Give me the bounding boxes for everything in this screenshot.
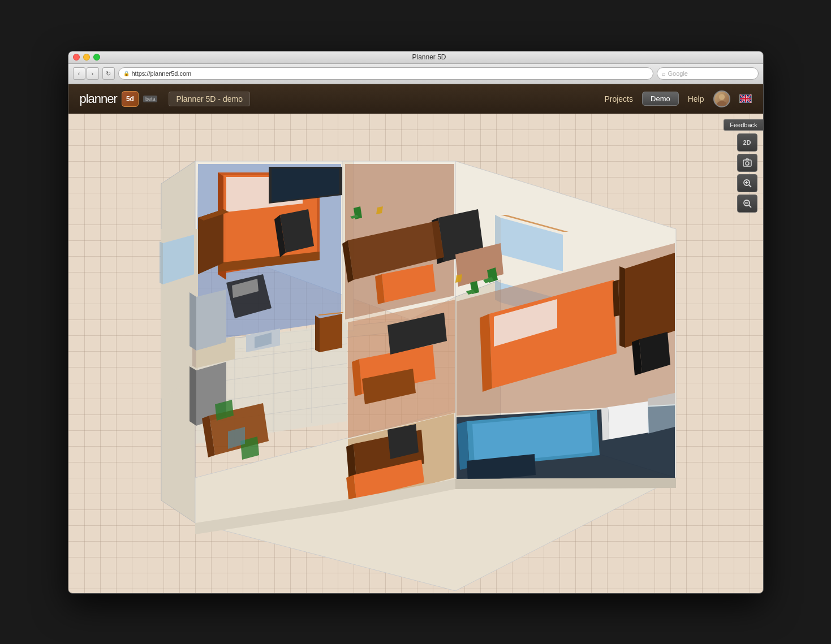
svg-line-120 <box>749 205 751 208</box>
search-placeholder: Google <box>668 70 688 77</box>
beta-badge: beta <box>143 96 158 102</box>
svg-marker-69 <box>190 292 196 351</box>
forward-button[interactable]: › <box>87 67 99 80</box>
header-nav: Projects Demo Help <box>604 90 751 107</box>
floor-plan-svg <box>105 116 727 591</box>
app-header: planner 5d beta Planner 5D - demo Projec… <box>68 84 763 114</box>
language-flag[interactable] <box>739 94 752 103</box>
svg-marker-68 <box>196 289 226 351</box>
nav-bar: ‹ › ↻ 🔒 https://planner5d.com ⌕ Google <box>68 64 763 84</box>
url-bar[interactable]: 🔒 https://planner5d.com <box>118 67 653 80</box>
nav-demo[interactable]: Demo <box>642 92 679 106</box>
user-avatar[interactable] <box>713 90 730 107</box>
svg-line-116 <box>749 185 751 187</box>
zoom-in-button[interactable] <box>737 174 757 192</box>
svg-marker-94 <box>613 280 619 317</box>
svg-marker-112 <box>455 478 676 489</box>
nav-help[interactable]: Help <box>688 94 704 103</box>
nav-arrows: ‹ › <box>73 67 99 80</box>
logo-box: 5d <box>122 91 139 107</box>
svg-point-114 <box>746 162 749 165</box>
close-button[interactable] <box>73 54 80 60</box>
url-text: https://planner5d.com <box>132 70 192 77</box>
logo-area: planner 5d beta <box>80 91 158 107</box>
canvas-area[interactable]: Feedback 2D <box>68 114 763 593</box>
logo-text: planner <box>80 92 117 106</box>
right-toolbar: 2D <box>737 133 757 213</box>
refresh-button[interactable]: ↻ <box>102 67 115 80</box>
svg-point-1 <box>717 101 726 107</box>
view-2d-button[interactable]: 2D <box>737 133 757 152</box>
maximize-button[interactable] <box>93 54 100 60</box>
svg-marker-61 <box>160 241 163 284</box>
title-bar: Planner 5D <box>68 51 763 64</box>
mac-window: Planner 5D ‹ › ↻ 🔒 https://planner5d.com… <box>68 51 764 594</box>
svg-marker-96 <box>619 266 625 348</box>
svg-marker-109 <box>648 393 675 434</box>
back-button[interactable]: ‹ <box>73 67 85 80</box>
svg-marker-28 <box>280 209 314 253</box>
svg-marker-67 <box>190 366 196 426</box>
search-bar[interactable]: ⌕ Google <box>657 67 759 80</box>
traffic-lights <box>73 54 100 60</box>
svg-marker-70 <box>320 314 342 352</box>
project-name[interactable]: Planner 5D - demo <box>169 92 250 106</box>
svg-marker-71 <box>315 315 320 352</box>
svg-marker-107 <box>601 407 609 440</box>
lock-icon: 🔒 <box>123 71 130 76</box>
minimize-button[interactable] <box>83 54 90 60</box>
floor-plan-container <box>68 114 763 593</box>
feedback-button[interactable]: Feedback <box>724 119 763 131</box>
nav-projects[interactable]: Projects <box>604 94 633 103</box>
window-title: Planner 5D <box>100 53 759 61</box>
zoom-out-button[interactable] <box>737 195 757 213</box>
screenshot-button[interactable] <box>737 154 757 172</box>
svg-point-0 <box>718 94 724 100</box>
search-icon: ⌕ <box>662 70 666 77</box>
